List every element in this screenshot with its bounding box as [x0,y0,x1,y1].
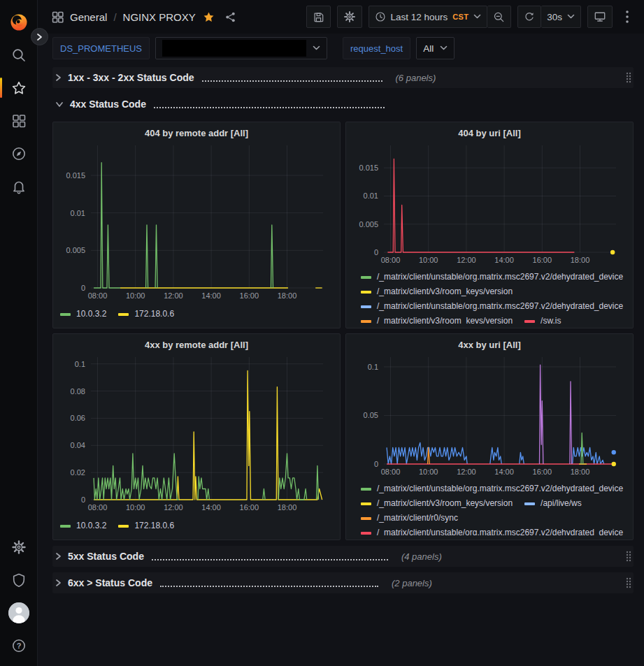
panel-title[interactable]: 404 by remote addr [All] [60,125,333,141]
svg-text:0.01: 0.01 [71,209,85,217]
dashboard-settings-button[interactable] [337,6,362,28]
row-dotted-leader [152,553,388,560]
variable-label-request-host[interactable]: request_host [343,37,410,59]
zoom-out-time-button[interactable] [487,6,511,28]
share-icon[interactable] [224,11,236,23]
legend-series-color [361,320,371,323]
legend-item[interactable]: /_matrix/client/v3/room_keys/version [361,496,513,511]
row-dotted-leader [202,74,382,82]
svg-text:18:00: 18:00 [571,468,590,476]
legend-series-color [361,488,371,491]
time-range-button[interactable]: Last 12 hours CST [368,6,488,28]
timeseries-chart[interactable]: 08:0010:0012:0014:0016:0018:0000.0050.01… [60,141,333,303]
row-drag-handle[interactable] [625,577,632,588]
row-6xx[interactable]: 6xx > Status Code (2 panels) [52,572,634,593]
svg-text:0.1: 0.1 [368,363,378,371]
svg-text:0.01: 0.01 [364,191,378,200]
legend-item[interactable]: /sw.js [524,314,561,324]
svg-text:08:00: 08:00 [88,503,108,512]
legend-item[interactable]: /api/live/ws [524,496,582,511]
variable-value-request-host[interactable]: All [416,37,455,59]
svg-text:0: 0 [81,284,85,292]
svg-text:0.08: 0.08 [71,387,85,396]
row-1xx-3xx-2xx[interactable]: 1xx - 3xx - 2xx Status Code (6 panels) [52,67,634,88]
dashboard-header: General / NGINX PROXY [38,0,644,34]
sidebar-item-starred[interactable] [0,71,38,104]
variable-value-ds-prometheus[interactable] [155,37,327,59]
svg-text:0.015: 0.015 [66,171,85,180]
row-dotted-leader [160,579,378,587]
refresh-interval-label: 30s [547,12,562,22]
legend-series-color [361,276,371,279]
legend-item[interactable]: /_matrix/client/unstable/org.matrix.msc2… [361,270,623,284]
row-title: 1xx - 3xx - 2xx Status Code [68,72,194,83]
timeseries-chart[interactable]: 08:0010:0012:0014:0016:0018:0000.050.1 [353,353,626,479]
svg-text:14:00: 14:00 [201,291,221,300]
svg-text:18:00: 18:00 [278,503,297,512]
sidebar-item-server-admin[interactable] [0,563,38,596]
variable-label-ds-prometheus[interactable]: DS_PROMETHEUS [52,37,150,59]
user-avatar-icon [8,602,29,623]
time-picker-group: Last 12 hours CST [368,6,512,28]
legend-item[interactable]: 10.0.3.2 [60,307,106,321]
clock-icon [375,11,386,22]
legend-series-label: /_matrix/client/r0/sync [377,511,458,526]
sidebar-item-alerting[interactable] [0,170,38,203]
sidebar-expand-button[interactable] [31,28,48,45]
row-panel-count: (2 panels) [392,578,432,588]
tv-mode-button[interactable] [587,6,613,28]
refresh-interval-dropdown[interactable]: 30s [541,6,581,28]
timeseries-chart[interactable]: 08:0010:0012:0014:0016:0018:0000.020.040… [60,353,333,515]
svg-text:0.015: 0.015 [359,164,378,172]
timezone-label: CST [452,13,468,21]
legend-series-label: /_matrix/client/v3/room_keys/version [377,284,513,299]
legend-series-label: /_matrix/client/v3/room_keys/version [377,496,513,511]
legend-item[interactable]: /_matrix/client/unstable/org.matrix.msc2… [361,482,623,496]
panel-legend: 10.0.3.2172.18.0.6 [60,307,333,321]
header-toolbar: Last 12 hours CST 30s [306,6,636,28]
panel-title[interactable]: 404 by uri [All] [353,125,626,141]
sidebar-item-explore[interactable] [0,137,38,170]
panel-title[interactable]: 4xx by uri [All] [353,337,626,353]
legend-item[interactable]: /_matrix/client/unstable/org.matrix.msc2… [361,299,623,314]
breadcrumb-folder[interactable]: General [70,11,107,23]
breadcrumb-separator: / [113,11,116,23]
legend-item[interactable]: /_matrix/client/v3/room_keys/version [361,314,513,324]
svg-text:16:00: 16:00 [533,468,552,476]
refresh-button[interactable] [517,6,541,28]
help-icon: ? [11,638,27,653]
legend-series-color [524,320,535,323]
sidebar: ? [0,0,38,666]
page-title[interactable]: NGINX PROXY [123,11,196,23]
row-drag-handle[interactable] [625,72,632,83]
dashboard-content: 1xx - 3xx - 2xx Status Code (6 panels) 4… [38,66,644,599]
sidebar-item-help[interactable]: ? [0,629,38,662]
panel-4xx-by-uri: 4xx by uri [All] 08:0010:0012:0014:0016:… [345,333,634,540]
sidebar-item-profile[interactable] [0,596,38,629]
kebab-menu-icon [626,10,629,23]
row-drag-handle[interactable] [625,551,632,562]
panel-title[interactable]: 4xx by remote addr [All] [60,337,333,353]
legend-item[interactable]: 10.0.3.2 [60,519,106,533]
sidebar-item-search[interactable] [0,38,38,71]
svg-text:14:00: 14:00 [201,503,221,512]
legend-item[interactable]: 172.18.0.6 [118,307,174,321]
more-options-button[interactable] [619,6,636,28]
legend-series-color [361,517,371,520]
row-5xx[interactable]: 5xx Status Code (4 panels) [52,546,634,567]
sidebar-item-dashboards[interactable] [0,104,38,137]
legend-item[interactable]: 172.18.0.6 [118,519,174,533]
svg-text:0: 0 [374,248,378,256]
legend-item[interactable]: /_matrix/client/r0/sync [361,511,458,526]
row-4xx[interactable]: 4xx Status Code [52,94,634,115]
zoom-out-icon [493,11,505,23]
svg-text:0.05: 0.05 [364,411,378,419]
save-dashboard-button[interactable] [306,6,331,28]
panel-legend: /_matrix/client/unstable/org.matrix.msc2… [353,482,626,535]
legend-item[interactable]: /_matrix/client/unstable/org.matrix.msc2… [361,526,623,535]
sidebar-item-configuration[interactable] [0,530,38,563]
svg-text:08:00: 08:00 [381,468,401,476]
timeseries-chart[interactable]: 08:0010:0012:0014:0016:0018:0000.0050.01… [353,141,626,268]
legend-item[interactable]: /_matrix/client/v3/room_keys/version [361,284,513,299]
favorite-star-icon[interactable] [203,11,215,23]
